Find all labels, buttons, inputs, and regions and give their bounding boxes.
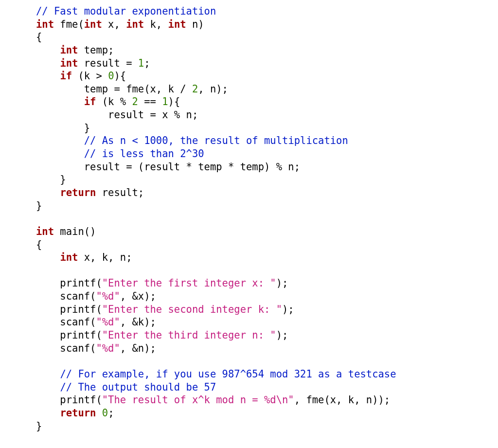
code-token: "Enter the third integer n: ": [102, 329, 276, 341]
code-token: printf(: [36, 394, 102, 406]
code-token: main(): [54, 226, 96, 237]
code-token: int: [60, 251, 78, 263]
code-token: k,: [144, 18, 168, 30]
code-token: "%d": [96, 290, 120, 302]
code-token: [36, 57, 60, 69]
code-token: scanf(: [36, 316, 96, 328]
code-token: );: [282, 304, 294, 315]
code-token: 0: [108, 70, 114, 82]
code-token: );: [276, 329, 288, 341]
code-token: "%d": [96, 316, 120, 328]
code-token: printf(: [36, 277, 102, 289]
code-token: , fme(x, k, n));: [294, 394, 390, 406]
code-token: printf(: [36, 304, 102, 315]
code-token: int: [36, 18, 54, 30]
code-token: , n);: [198, 83, 228, 95]
code-token: int: [168, 18, 186, 30]
code-token: temp;: [78, 44, 114, 56]
code-token: n): [186, 18, 204, 30]
code-token: result =: [78, 57, 138, 69]
code-token: );: [276, 277, 288, 289]
code-token: 2: [132, 96, 138, 108]
code-token: temp = fme(x, k /: [36, 83, 192, 95]
code-token: return: [60, 407, 96, 419]
code-token: ){: [114, 70, 126, 82]
code-token: // For example, if you use 987^654 mod 3…: [60, 368, 396, 380]
code-token: ;: [144, 57, 150, 69]
code-token: {: [36, 239, 42, 251]
code-token: // The output should be 57: [60, 381, 216, 393]
code-token: ;: [108, 407, 114, 419]
code-token: , &k);: [120, 316, 156, 328]
code-token: [36, 187, 60, 198]
code-token: [36, 96, 84, 108]
code-token: [36, 407, 60, 419]
code-token: int: [84, 18, 102, 30]
code-token: "%d": [96, 342, 120, 354]
code-token: }: [36, 420, 42, 432]
code-token: [36, 148, 84, 160]
code-token: }: [36, 174, 66, 185]
code-token: int: [60, 44, 78, 56]
code-token: result = x % n;: [36, 109, 198, 121]
code-token: scanf(: [36, 342, 96, 354]
code-token: 2: [192, 83, 198, 95]
code-token: , &x);: [120, 290, 156, 302]
code-block: // Fast modular exponentiation int fme(i…: [0, 0, 498, 432]
code-token: (k %: [96, 96, 132, 108]
code-token: result;: [96, 187, 144, 198]
code-token: fme(: [54, 18, 84, 30]
code-token: int: [126, 18, 144, 30]
code-token: , &n);: [120, 342, 156, 354]
code-token: printf(: [36, 329, 102, 341]
code-token: [36, 70, 60, 82]
code-token: 0: [102, 407, 108, 419]
code-token: "The result of x^k mod n = %d\n": [102, 394, 294, 406]
code-token: "Enter the first integer x: ": [102, 277, 276, 289]
code-token: scanf(: [36, 290, 96, 302]
code-token: [96, 407, 102, 419]
code-token: [36, 135, 84, 146]
code-token: }: [36, 200, 42, 212]
code-token: if: [60, 70, 72, 82]
code-token: result = (result * temp * temp) % n;: [36, 161, 300, 173]
code-token: [36, 381, 60, 393]
code-token: int: [60, 57, 78, 69]
code-token: ){: [168, 96, 180, 108]
code-token: 1: [138, 57, 144, 69]
code-token: [36, 368, 60, 380]
code-token: [36, 44, 60, 56]
code-token: // Fast modular exponentiation: [36, 5, 216, 17]
code-token: {: [36, 31, 42, 43]
code-token: return: [60, 187, 96, 198]
code-token: "Enter the second integer k: ": [102, 304, 282, 315]
code-token: int: [36, 226, 54, 237]
code-token: x,: [102, 18, 126, 30]
code-token: [36, 251, 60, 263]
code-token: // is less than 2^30: [84, 148, 204, 160]
code-token: 1: [162, 96, 168, 108]
code-token: ==: [138, 96, 162, 108]
code-token: (k >: [72, 70, 108, 82]
code-token: // As n < 1000, the result of multiplica…: [84, 135, 348, 146]
code-token: x, k, n;: [78, 251, 132, 263]
code-token: if: [84, 96, 96, 108]
code-token: }: [36, 122, 90, 134]
